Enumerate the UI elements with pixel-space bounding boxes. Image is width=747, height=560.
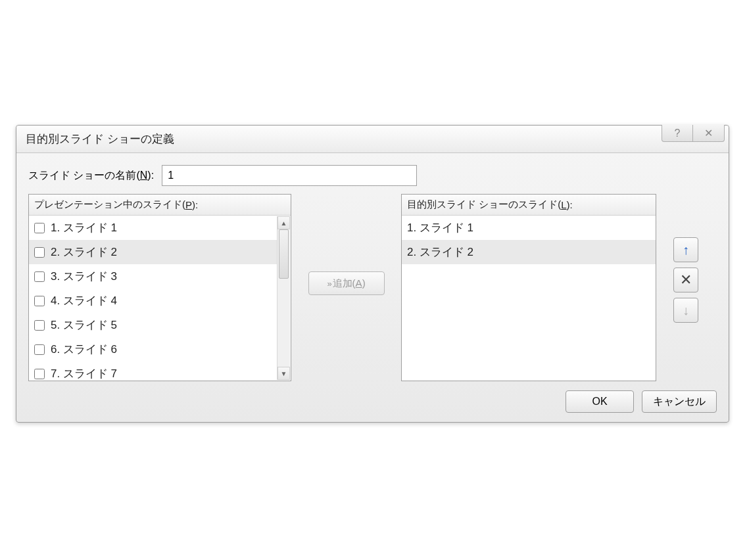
slide-checkbox[interactable] bbox=[34, 320, 45, 331]
ok-button[interactable]: OK bbox=[566, 390, 634, 413]
help-icon: ? bbox=[675, 128, 681, 139]
slideshow-name-label: スライド ショーの名前(N): bbox=[28, 169, 154, 183]
move-up-button[interactable]: ↑ bbox=[673, 237, 698, 262]
scroll-thumb[interactable] bbox=[279, 229, 289, 279]
slide-label: 4. スライド 4 bbox=[51, 293, 117, 308]
custom-show-slides-list[interactable]: 1. スライド 12. スライド 2 bbox=[402, 216, 656, 381]
slide-label: 7. スライド 7 bbox=[51, 366, 117, 381]
chevrons-right-icon: » bbox=[327, 279, 329, 289]
close-icon: ✕ bbox=[704, 127, 713, 139]
presentation-slides-list[interactable]: 1. スライド 12. スライド 23. スライド 34. スライド 45. ス… bbox=[29, 216, 291, 381]
scroll-up-icon[interactable]: ▲ bbox=[277, 216, 290, 229]
slideshow-name-row: スライド ショーの名前(N): bbox=[28, 165, 717, 186]
cancel-button[interactable]: キャンセル bbox=[642, 390, 717, 413]
slide-checkbox[interactable] bbox=[34, 247, 45, 258]
slide-label: 5. スライド 5 bbox=[51, 317, 117, 333]
slide-checkbox[interactable] bbox=[34, 369, 45, 379]
lists-row: プレゼンテーション中のスライド(P): 1. スライド 12. スライド 23.… bbox=[28, 194, 717, 381]
add-button[interactable]: » 追加(A) bbox=[308, 271, 385, 295]
list-item[interactable]: 5. スライド 5 bbox=[29, 313, 277, 337]
remove-icon: ✕ bbox=[680, 271, 692, 289]
scroll-down-icon[interactable]: ▼ bbox=[277, 367, 290, 380]
list-item[interactable]: 4. スライド 4 bbox=[29, 289, 277, 313]
list-item[interactable]: 3. スライド 3 bbox=[29, 264, 277, 289]
dialog-body: スライド ショーの名前(N): プレゼンテーション中のスライド(P): 1. ス… bbox=[16, 153, 729, 422]
slideshow-name-input[interactable] bbox=[162, 165, 417, 186]
titlebar: 目的別スライド ショーの定義 ? ✕ bbox=[16, 126, 729, 153]
center-column: » 追加(A) bbox=[291, 194, 401, 295]
add-button-label: 追加(A) bbox=[333, 277, 366, 290]
slide-label: 1. スライド 1 bbox=[407, 220, 473, 235]
slide-label: 1. スライド 1 bbox=[51, 220, 117, 235]
window-controls: ? ✕ bbox=[662, 125, 725, 142]
slide-checkbox[interactable] bbox=[34, 271, 45, 282]
list-item[interactable]: 1. スライド 1 bbox=[29, 216, 277, 240]
slide-checkbox[interactable] bbox=[34, 223, 45, 233]
list-item[interactable]: 1. スライド 1 bbox=[402, 216, 656, 240]
remove-button[interactable]: ✕ bbox=[673, 268, 698, 292]
dialog-footer: OK キャンセル bbox=[28, 390, 717, 413]
dialog-title: 目的別スライド ショーの定義 bbox=[26, 131, 174, 147]
move-down-button[interactable]: ↓ bbox=[673, 298, 698, 323]
arrow-down-icon: ↓ bbox=[683, 303, 689, 318]
slide-label: 3. スライド 3 bbox=[51, 269, 117, 284]
presentation-slides-panel: プレゼンテーション中のスライド(P): 1. スライド 12. スライド 23.… bbox=[28, 194, 291, 381]
custom-slideshow-dialog: 目的別スライド ショーの定義 ? ✕ スライド ショーの名前(N): プレゼンテ… bbox=[16, 125, 729, 423]
scrollbar[interactable]: ▲ ▼ bbox=[277, 216, 290, 380]
slide-label: 6. スライド 6 bbox=[51, 342, 117, 357]
scroll-track[interactable] bbox=[277, 229, 290, 367]
reorder-buttons: ↑ ✕ ↓ bbox=[673, 194, 698, 323]
list-item[interactable]: 2. スライド 2 bbox=[402, 240, 656, 264]
presentation-slides-header: プレゼンテーション中のスライド(P): bbox=[29, 195, 291, 216]
slide-checkbox[interactable] bbox=[34, 296, 45, 306]
slide-checkbox[interactable] bbox=[34, 344, 45, 355]
close-button[interactable]: ✕ bbox=[693, 125, 725, 142]
list-item[interactable]: 7. スライド 7 bbox=[29, 362, 277, 381]
custom-show-slides-panel: 目的別スライド ショーのスライド(L): 1. スライド 12. スライド 2 bbox=[401, 194, 656, 381]
custom-show-slides-header: 目的別スライド ショーのスライド(L): bbox=[402, 195, 656, 216]
arrow-up-icon: ↑ bbox=[683, 243, 689, 258]
help-button[interactable]: ? bbox=[662, 125, 693, 142]
list-item[interactable]: 2. スライド 2 bbox=[29, 240, 277, 264]
slide-label: 2. スライド 2 bbox=[407, 245, 473, 260]
list-item[interactable]: 6. スライド 6 bbox=[29, 337, 277, 362]
slide-label: 2. スライド 2 bbox=[51, 245, 117, 260]
